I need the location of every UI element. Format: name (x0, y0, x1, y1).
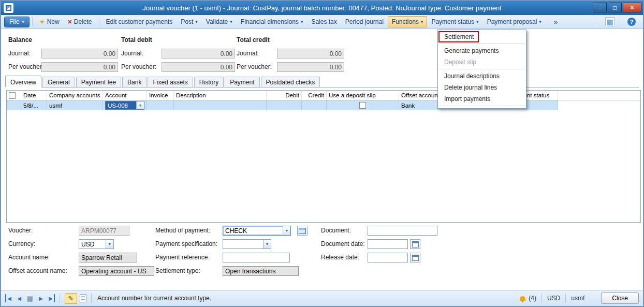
account-value: US-008 (106, 101, 136, 109)
menu-item-settlement[interactable]: Settlement (438, 31, 526, 42)
tab-payment[interactable]: Payment (225, 77, 259, 87)
row-selector-cell[interactable] (7, 100, 21, 110)
alerts-count[interactable]: (4) (529, 295, 536, 302)
cell-credit[interactable] (302, 100, 327, 110)
minimize-button[interactable]: – (593, 3, 607, 12)
edit-mode-button[interactable]: ✎ (65, 293, 77, 304)
tab-overview[interactable]: Overview (5, 76, 41, 87)
document-handling-button[interactable] (80, 294, 86, 302)
tab-general[interactable]: General (42, 77, 75, 87)
toolbar-separator (594, 17, 594, 26)
window-layout-button[interactable]: ▦ (601, 16, 619, 27)
cell-use-deposit-slip[interactable] (327, 100, 399, 110)
payment-proposal-menu-button[interactable]: Payment proposal ▾ (483, 16, 546, 27)
currency-combo[interactable]: USD ▾ (79, 239, 114, 249)
cell-date[interactable]: 5/8/... (21, 100, 47, 110)
chevron-down-icon[interactable]: ▾ (136, 101, 144, 109)
financial-dimensions-menu-button[interactable]: Financial dimensions ▾ (237, 16, 308, 27)
functions-dropdown-menu: Settlement Generate payments Deposit sli… (437, 30, 526, 109)
tab-bank[interactable]: Bank (122, 77, 147, 87)
column-header-invoice[interactable]: Invoice (147, 91, 174, 100)
column-header-date[interactable]: Date (21, 91, 47, 100)
financial-dimensions-label: Financial dimensions (241, 18, 299, 25)
column-header-use-deposit-slip[interactable]: Use a deposit slip (327, 91, 399, 100)
select-all-checkbox[interactable] (9, 92, 16, 99)
help-button[interactable]: ? (623, 16, 640, 27)
chevron-down-icon[interactable]: ▾ (106, 240, 113, 248)
cell-description[interactable] (174, 100, 267, 110)
period-journal-button[interactable]: Period journal (341, 16, 388, 27)
toolbar-separator (32, 17, 33, 26)
grid-view-button[interactable]: ▦ (26, 294, 34, 302)
previous-record-button[interactable]: ◀ (15, 294, 23, 302)
menu-item-delete-journal-lines[interactable]: Delete journal lines (438, 82, 526, 93)
column-header-description[interactable]: Description (174, 91, 267, 100)
cell-invoice[interactable] (147, 100, 174, 110)
form-window-icon (299, 228, 306, 234)
last-record-button[interactable]: ▶ (48, 294, 55, 302)
toolbar-separator (99, 17, 99, 26)
functions-menu-button[interactable]: Functions ▾ (388, 16, 428, 27)
credit-per-voucher-field: 0.00 (277, 62, 344, 72)
chevron-down-icon: ▾ (195, 19, 198, 24)
document-date-input[interactable] (368, 239, 408, 249)
validate-label: Validate (206, 18, 228, 25)
menu-item-import-payments[interactable]: Import payments (438, 93, 526, 105)
voucher-label: Voucher: (8, 226, 33, 236)
tab-fixed-assets[interactable]: Fixed assets (148, 77, 193, 87)
payment-specification-combo[interactable]: ▾ (223, 239, 271, 249)
maximize-button[interactable]: □ (608, 3, 622, 12)
toolbar-overflow-button[interactable]: » (550, 16, 562, 27)
cell-debit[interactable] (267, 100, 302, 110)
next-record-button[interactable]: ▶ (37, 294, 45, 302)
cell-company-accounts[interactable]: usmf (47, 100, 103, 110)
first-record-button[interactable]: ◀ (5, 294, 12, 302)
chevron-down-icon: ▾ (476, 19, 479, 24)
method-of-payment-combo[interactable]: CHECK ▾ (223, 226, 291, 236)
delete-button[interactable]: × Delete (64, 16, 96, 27)
validate-menu-button[interactable]: Validate ▾ (202, 16, 237, 27)
maximize-icon: □ (613, 4, 617, 11)
column-header-account[interactable]: Account (103, 91, 147, 100)
menu-item-generate-payments[interactable]: Generate payments (438, 45, 526, 56)
toolbar: File ▾ ★ New × Delete Edit customer paym… (1, 15, 643, 29)
file-menu-button[interactable]: File ▾ (4, 17, 30, 27)
tab-history[interactable]: History (194, 77, 224, 87)
document-date-calendar-button[interactable] (410, 239, 420, 249)
document-input[interactable] (368, 226, 437, 236)
open-payment-form-button[interactable] (297, 226, 308, 236)
new-label: New (47, 18, 60, 25)
column-header-credit[interactable]: Credit (302, 91, 327, 100)
use-deposit-slip-checkbox[interactable] (359, 102, 366, 109)
chevron-down-icon[interactable]: ▾ (283, 226, 290, 235)
edit-customer-payments-label: Edit customer payments (106, 18, 173, 25)
payment-reference-input[interactable] (223, 253, 290, 262)
journal-line-row[interactable]: 5/8/... usmf US-008 ▾ Bank (7, 100, 640, 110)
payment-status-menu-button[interactable]: Payment status ▾ (427, 16, 482, 27)
statusbar-separator (541, 294, 542, 303)
account-combo[interactable]: US-008 ▾ (105, 101, 144, 110)
titlebar: Journal voucher (1 - usmf) - Journal: Cu… (1, 1, 643, 15)
balance-per-voucher-value: 0.00 (104, 64, 115, 71)
tab-payment-fee[interactable]: Payment fee (76, 77, 121, 87)
release-date-calendar-button[interactable] (410, 253, 420, 262)
cell-account[interactable]: US-008 ▾ (103, 100, 147, 110)
close-button[interactable]: Close (601, 293, 639, 304)
edit-customer-payments-button[interactable]: Edit customer payments (102, 16, 177, 27)
tab-postdated-checks[interactable]: Postdated checks (261, 77, 320, 87)
offset-account-name-label: Offset account name: (8, 266, 67, 276)
menu-item-journal-descriptions[interactable]: Journal descriptions (438, 70, 526, 82)
payment-reference-label: Payment reference: (155, 253, 210, 262)
post-menu-button[interactable]: Post ▾ (177, 16, 202, 27)
sales-tax-button[interactable]: Sales tax (307, 16, 341, 27)
balance-journal-field: 0.00 (41, 49, 118, 59)
release-date-input[interactable] (368, 253, 408, 262)
chevron-down-icon[interactable]: ▾ (263, 240, 271, 248)
column-header-company-accounts[interactable]: Company accounts (47, 91, 103, 100)
new-button[interactable]: ★ New (35, 16, 64, 27)
file-menu-label: File (9, 18, 19, 25)
close-window-button[interactable]: × (623, 3, 641, 12)
column-header-debit[interactable]: Debit (267, 91, 302, 100)
close-icon: × (630, 4, 634, 11)
alerts-bell-icon[interactable] (520, 296, 525, 301)
